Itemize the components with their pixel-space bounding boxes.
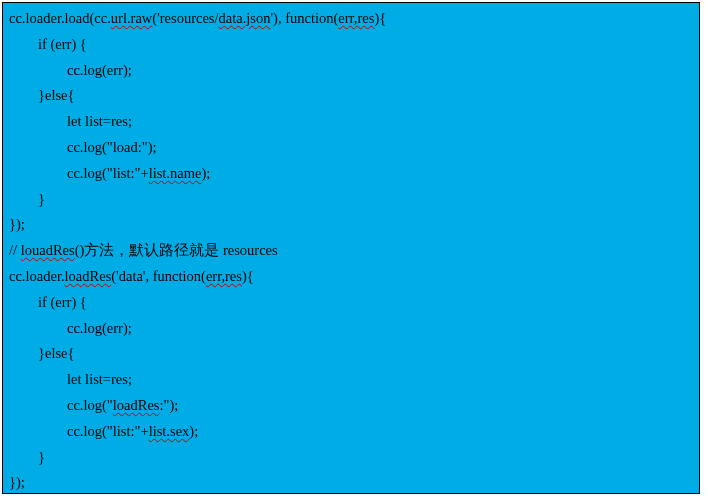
code-content: cc.loader.load(cc.url.raw('resources/dat… [3, 3, 699, 494]
code-line: cc.log(err); [9, 316, 693, 342]
code-token-error: loadRes [65, 268, 112, 284]
code-box: cc.loader.load(cc.url.raw('resources/dat… [2, 2, 700, 494]
code-token: ){ [242, 268, 254, 284]
code-token: if (err) { [38, 36, 87, 52]
code-token: } [38, 449, 45, 465]
code-line: cc.log("list:"+list.sex); [9, 419, 693, 445]
code-line: cc.log("load:"); [9, 135, 693, 161]
code-token: let list=res; [67, 371, 132, 387]
code-token: cc.log("list:"+ [67, 423, 149, 439]
code-line: if (err) { [9, 32, 693, 58]
code-token: cc.log(" [67, 397, 113, 413]
code-line: } [9, 187, 693, 213]
code-token: ){ [374, 10, 386, 26]
code-line: }); [9, 470, 693, 494]
code-token: ); [201, 165, 210, 181]
code-token: // [9, 242, 21, 258]
code-token: cc.loader.load(cc. [9, 10, 111, 26]
code-line: let list=res; [9, 367, 693, 393]
code-token-error: louadRes [21, 242, 75, 258]
code-token: ('data', function( [111, 268, 206, 284]
code-token: ); [189, 423, 198, 439]
code-token-error: url.raw [111, 10, 152, 26]
code-token: cc.loader. [9, 268, 65, 284]
code-line: }else{ [9, 83, 693, 109]
code-token-error: list.name [149, 165, 202, 181]
code-line: cc.loader.load(cc.url.raw('resources/dat… [9, 6, 693, 32]
code-line: }); [9, 212, 693, 238]
code-line: if (err) { [9, 290, 693, 316]
code-line: let list=res; [9, 109, 693, 135]
code-token: if (err) { [38, 294, 87, 310]
code-line: cc.log(err); [9, 58, 693, 84]
code-token: cc.log("load:"); [67, 139, 157, 155]
code-token: ()方法，默认路径就是 resources [75, 242, 278, 258]
code-token: }); [9, 474, 25, 490]
code-token-error: loadRes [113, 397, 160, 413]
code-token: }else{ [38, 345, 74, 361]
code-token: ('resources/ [152, 10, 218, 26]
code-line: cc.log("list:"+list.name); [9, 161, 693, 187]
code-token: }); [9, 216, 25, 232]
code-token: cc.log("list:"+ [67, 165, 149, 181]
code-line: cc.loader.loadRes('data', function(err,r… [9, 264, 693, 290]
code-line: cc.log("loadRes:"); [9, 393, 693, 419]
code-token: }else{ [38, 87, 74, 103]
code-token-error: err,res [338, 10, 374, 26]
code-token-error: list.sex [149, 423, 190, 439]
code-line: // louadRes()方法，默认路径就是 resources [9, 238, 693, 264]
code-token: '), function( [271, 10, 339, 26]
code-token: cc.log(err); [67, 320, 132, 336]
code-line: } [9, 445, 693, 471]
code-token-error: err,res [206, 268, 242, 284]
code-token: } [38, 191, 45, 207]
code-token-error: data.json [219, 10, 271, 26]
code-token: :"); [160, 397, 179, 413]
code-token: let list=res; [67, 113, 132, 129]
code-token: cc.log(err); [67, 62, 132, 78]
code-line: }else{ [9, 341, 693, 367]
